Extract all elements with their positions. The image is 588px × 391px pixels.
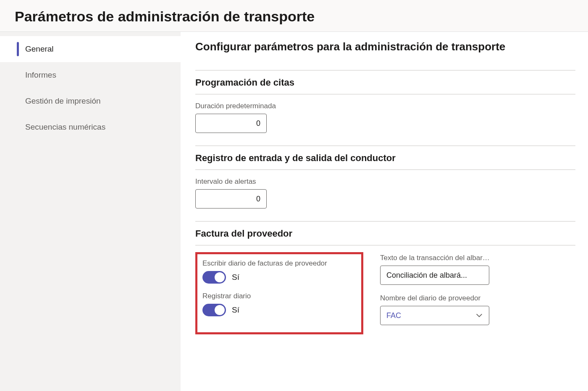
- divider: [195, 70, 575, 70]
- sidebar-item-general[interactable]: General: [0, 36, 181, 62]
- section-title-vendor-invoice: Factura del proveedor: [195, 228, 575, 239]
- input-alert-interval[interactable]: [195, 189, 267, 209]
- toggle-state-write-journal: Sí: [232, 273, 239, 282]
- field-write-journal: Escribir diario de facturas de proveedor…: [202, 259, 354, 284]
- divider: [195, 94, 575, 94]
- sidebar-item-label: Informes: [25, 70, 56, 79]
- label-journal-name: Nombre del diario de proveedor: [380, 294, 491, 302]
- field-journal-name: Nombre del diario de proveedor FAC: [380, 294, 491, 325]
- toggle-knob: [215, 305, 225, 315]
- label-alert-interval: Intervalo de alertas: [195, 177, 575, 186]
- section-title-driver-check: Registro de entrada y de salida del cond…: [195, 153, 575, 164]
- label-write-journal: Escribir diario de facturas de proveedor: [202, 259, 354, 268]
- toggle-state-post-journal: Sí: [232, 305, 239, 315]
- highlighted-toggle-group: Escribir diario de facturas de proveedor…: [195, 252, 363, 334]
- label-post-journal: Registrar diario: [202, 292, 354, 300]
- vendor-invoice-right-column: Texto de la transacción del albarán de .…: [380, 252, 491, 334]
- select-value: FAC: [386, 311, 401, 320]
- chevron-down-icon: [475, 312, 483, 319]
- input-default-duration[interactable]: [195, 114, 267, 133]
- section-appointment: Programación de citas Duración predeterm…: [195, 70, 575, 133]
- section-vendor-invoice: Factura del proveedor Escribir diario de…: [195, 221, 575, 334]
- divider: [195, 245, 575, 245]
- divider: [195, 169, 575, 170]
- divider: [195, 221, 575, 222]
- field-default-duration: Duración predeterminada: [195, 102, 575, 133]
- sidebar-nav: General Informes Gestión de impresión Se…: [0, 32, 181, 391]
- field-transaction-text: Texto de la transacción del albarán de .…: [380, 254, 491, 285]
- main-title: Configurar parámetros para la administra…: [195, 40, 575, 53]
- input-transaction-text[interactable]: Conciliación de albará...: [380, 266, 489, 285]
- toggle-knob: [215, 272, 225, 282]
- field-alert-interval: Intervalo de alertas: [195, 177, 575, 209]
- label-default-duration: Duración predeterminada: [195, 102, 575, 110]
- sidebar-item-print-management[interactable]: Gestión de impresión: [0, 88, 181, 114]
- section-title-appointment: Programación de citas: [195, 77, 575, 88]
- toggle-write-journal[interactable]: [202, 271, 226, 284]
- sidebar-item-number-sequences[interactable]: Secuencias numéricas: [0, 114, 181, 140]
- page-title: Parámetros de administración de transpor…: [15, 8, 573, 25]
- field-post-journal: Registrar diario Sí: [202, 292, 354, 316]
- sidebar-item-label: Gestión de impresión: [25, 96, 101, 105]
- main-panel: Configurar parámetros para la administra…: [181, 32, 588, 391]
- sidebar-item-label: General: [25, 44, 54, 53]
- sidebar-item-label: Secuencias numéricas: [25, 123, 105, 131]
- toggle-post-journal[interactable]: [202, 304, 226, 316]
- label-transaction-text: Texto de la transacción del albarán de .…: [380, 254, 491, 262]
- divider: [195, 146, 575, 146]
- page-header: Parámetros de administración de transpor…: [0, 0, 588, 32]
- select-journal-name[interactable]: FAC: [380, 306, 489, 325]
- sidebar-item-reports[interactable]: Informes: [0, 62, 181, 88]
- section-driver-check: Registro de entrada y de salida del cond…: [195, 146, 575, 209]
